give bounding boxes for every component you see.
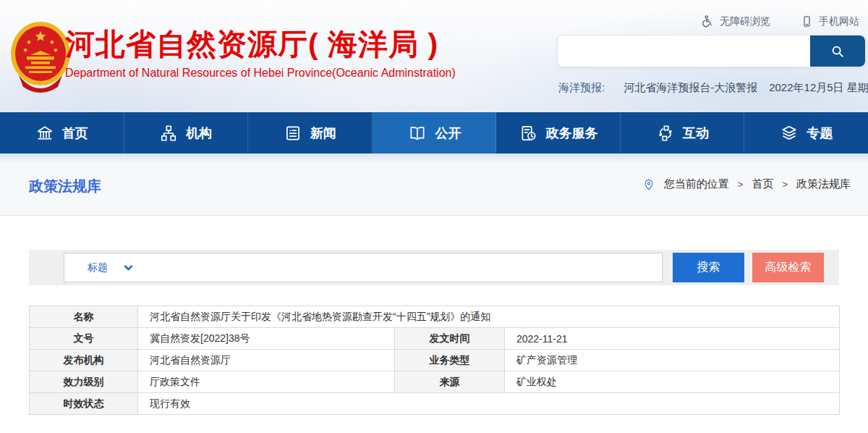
accessibility-label: 无障碍浏览: [720, 15, 770, 28]
mobile-site-label: 手机网站: [819, 15, 859, 28]
site-title: 河北省自然资源厅( 海洋局 ): [65, 28, 456, 61]
table-row-docnumber-date: 文号 冀自然资发[2022]38号 发文时间 2022-11-21: [30, 328, 840, 350]
accessibility-link[interactable]: 无障碍浏览: [700, 14, 770, 28]
forecast-date: 2022年12月5日 星期一: [769, 81, 868, 95]
accessibility-icon: [700, 14, 714, 28]
open-book-icon: [407, 124, 427, 143]
nav-label: 机构: [186, 125, 212, 142]
field-selector-label: 标题: [88, 261, 108, 274]
breadcrumb-item-current[interactable]: 政策法规库: [796, 177, 851, 191]
field-label-validity: 时效状态: [30, 393, 138, 415]
field-value-issue-date: 2022-11-21: [505, 328, 840, 350]
field-label-name: 名称: [30, 306, 138, 328]
services-icon: [519, 124, 538, 143]
ocean-forecast-bar: 海洋预报: 河北省海洋预报台-大浪警报 2022年12月5日 星期一: [558, 81, 868, 95]
location-pin-icon: [642, 178, 655, 191]
field-selector-dropdown[interactable]: 标题: [88, 261, 133, 274]
breadcrumb-item-home[interactable]: 首页: [752, 177, 773, 191]
national-emblem-logo: [7, 20, 74, 93]
nav-label: 专题: [807, 125, 833, 142]
field-label-publisher: 发布机构: [30, 350, 138, 371]
chevron-down-icon: [124, 264, 133, 272]
nav-label: 政务服务: [546, 125, 598, 142]
field-value-business-type: 矿产资源管理: [505, 350, 840, 371]
forecast-label: 海洋预报:: [558, 81, 605, 95]
nav-label: 首页: [62, 125, 88, 142]
field-label-business-type: 业务类型: [395, 350, 505, 371]
field-value-source: 矿业权处: [505, 371, 840, 393]
search-button[interactable]: 搜索: [673, 253, 744, 282]
nav-item-services[interactable]: 政务服务: [496, 112, 621, 154]
nav-item-topics[interactable]: 专题: [744, 112, 868, 154]
search-icon: [830, 43, 846, 59]
nav-item-organization[interactable]: 机构: [124, 112, 249, 154]
field-value-name: 河北省自然资源厅关于印发《河北省地热资源勘查开发“十四五”规划》的通知: [138, 306, 840, 328]
header-search-input[interactable]: [558, 35, 810, 67]
field-value-validity: 现行有效: [138, 393, 840, 415]
policy-detail-table: 名称 河北省自然资源厅关于印发《河北省地热资源勘查开发“十四五”规划》的通知 文…: [29, 306, 840, 415]
header-search-button[interactable]: [810, 35, 865, 67]
mobile-site-link[interactable]: 手机网站: [801, 14, 859, 28]
field-label-doc-number: 文号: [30, 328, 138, 350]
main-nav: 首页 机构 新闻 公开: [0, 112, 868, 154]
organization-icon: [159, 124, 178, 143]
brand-block: 河北省自然资源厅( 海洋局 ) Department of Natural Re…: [65, 28, 456, 80]
header-search-box: [557, 35, 866, 67]
table-row-level-source: 效力级别 厅政策文件 来源 矿业权处: [30, 371, 840, 393]
nav-label: 互动: [683, 125, 709, 142]
interaction-icon: [656, 124, 675, 143]
field-value-doc-number: 冀自然资发[2022]38号: [138, 328, 395, 350]
breadcrumb-separator: >: [738, 179, 744, 190]
table-row-validity: 时效状态 现行有效: [30, 393, 840, 415]
field-value-publisher: 河北省自然资源厅: [138, 350, 395, 371]
nav-item-news[interactable]: 新闻: [248, 112, 373, 154]
breadcrumb: 您当前的位置 > 首页 > 政策法规库: [642, 177, 851, 191]
nav-item-disclosure[interactable]: 公开: [373, 112, 497, 154]
home-icon: [35, 124, 54, 143]
field-label-effect-level: 效力级别: [30, 371, 138, 393]
nav-item-home[interactable]: 首页: [0, 112, 124, 154]
news-icon: [284, 124, 302, 143]
topics-icon: [780, 124, 799, 143]
table-row-name: 名称 河北省自然资源厅关于印发《河北省地热资源勘查开发“十四五”规划》的通知: [30, 306, 840, 328]
nav-item-interaction[interactable]: 互动: [621, 112, 745, 154]
table-row-publisher-type: 发布机构 河北省自然资源厅 业务类型 矿产资源管理: [30, 350, 840, 371]
page-title: 政策法规库: [29, 177, 101, 196]
breadcrumb-separator: >: [782, 179, 788, 190]
page: 河北省自然资源厅( 海洋局 ) Department of Natural Re…: [0, 0, 868, 433]
nav-label: 公开: [435, 125, 461, 142]
breadcrumb-band: 政策法规库 您当前的位置 > 首页 > 政策法规库: [0, 154, 868, 216]
field-label-source: 来源: [395, 371, 505, 393]
top-utility-links: 无障碍浏览 手机网站: [700, 14, 859, 28]
site-header: 河北省自然资源厅( 海洋局 ) Department of Natural Re…: [0, 0, 868, 112]
advanced-search-button[interactable]: 高级检索: [752, 253, 824, 282]
mobile-phone-icon: [801, 14, 813, 28]
field-label-issue-date: 发文时间: [395, 328, 505, 350]
field-value-effect-level: 厅政策文件: [138, 371, 395, 393]
policy-search-bar: 标题 搜索 高级检索: [29, 250, 839, 285]
breadcrumb-location-label: 您当前的位置: [664, 177, 729, 191]
site-subtitle: Department of Natural Resources of Hebei…: [65, 67, 456, 80]
nav-label: 新闻: [310, 125, 336, 142]
forecast-content-link[interactable]: 河北省海洋预报台-大浪警报: [624, 81, 757, 95]
search-field-box[interactable]: 标题: [64, 253, 663, 282]
